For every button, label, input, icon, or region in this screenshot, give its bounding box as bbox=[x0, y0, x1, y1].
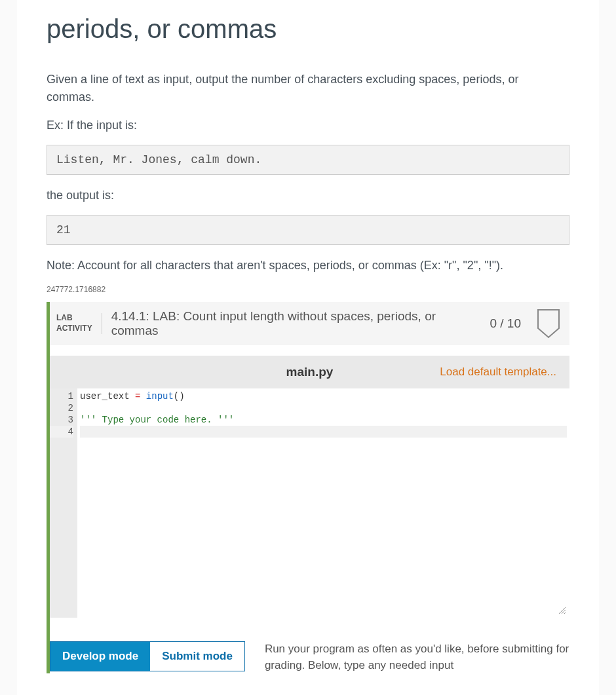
code-line bbox=[80, 403, 85, 413]
example-input-block: Listen, Mr. Jones, calm down. bbox=[47, 145, 569, 175]
editor-container: main.py Load default template... 1 2 3 4… bbox=[50, 345, 569, 673]
token-string: ''' Type your code here. ''' bbox=[80, 415, 234, 425]
code-editor[interactable]: 1 2 3 4 user_text = input() ''' Type you… bbox=[50, 388, 569, 618]
gutter-line: 1 bbox=[50, 390, 73, 402]
content-id: 247772.1716882 bbox=[47, 285, 569, 294]
description-main: Given a line of text as input, output th… bbox=[47, 71, 569, 106]
load-default-template-link[interactable]: Load default template... bbox=[440, 366, 556, 379]
mode-row: Develop mode Submit mode Run your progra… bbox=[50, 618, 569, 673]
gutter-line: 3 bbox=[50, 414, 73, 426]
gutter-line: 4 bbox=[50, 426, 73, 438]
lab-header: LAB ACTIVITY 4.14.1: LAB: Count input le… bbox=[50, 302, 569, 345]
token-paren: () bbox=[174, 391, 185, 402]
mode-tabs: Develop mode Submit mode bbox=[50, 641, 245, 671]
code-content[interactable]: user_text = input() ''' Type your code h… bbox=[77, 388, 569, 618]
lab-score: 0 / 10 bbox=[490, 316, 521, 331]
token-operator: = bbox=[130, 391, 146, 402]
develop-mode-tab[interactable]: Develop mode bbox=[50, 642, 150, 671]
example-output-block: 21 bbox=[47, 215, 569, 245]
gutter-line: 2 bbox=[50, 402, 73, 414]
code-line: ''' Type your code here. ''' bbox=[80, 415, 234, 425]
page-title: periods, or commas bbox=[47, 12, 569, 46]
file-header: main.py Load default template... bbox=[50, 356, 569, 388]
file-name: main.py bbox=[286, 365, 334, 379]
svg-line-2 bbox=[564, 612, 566, 614]
example-output-label: the output is: bbox=[47, 187, 569, 204]
note-text: Note: Account for all characters that ar… bbox=[47, 257, 569, 274]
line-gutter: 1 2 3 4 bbox=[50, 388, 77, 618]
submit-mode-tab[interactable]: Submit mode bbox=[150, 642, 244, 671]
code-line-active bbox=[80, 426, 567, 438]
lab-panel: LAB ACTIVITY 4.14.1: LAB: Count input le… bbox=[47, 302, 569, 673]
lab-badge-line2: ACTIVITY bbox=[56, 324, 92, 334]
token-variable: user_text bbox=[80, 391, 130, 402]
lab-badge: LAB ACTIVITY bbox=[56, 313, 102, 333]
code-line: user_text = input() bbox=[80, 391, 185, 402]
example-input-label: Ex: If the input is: bbox=[47, 117, 569, 134]
mode-help-text: Run your program as often as you'd like,… bbox=[265, 641, 569, 673]
lab-title: 4.14.1: LAB: Count input length without … bbox=[111, 309, 481, 338]
lab-badge-line1: LAB bbox=[56, 313, 92, 324]
shield-icon bbox=[537, 309, 560, 339]
resize-handle-icon[interactable] bbox=[558, 606, 566, 614]
token-function: input bbox=[146, 391, 174, 402]
